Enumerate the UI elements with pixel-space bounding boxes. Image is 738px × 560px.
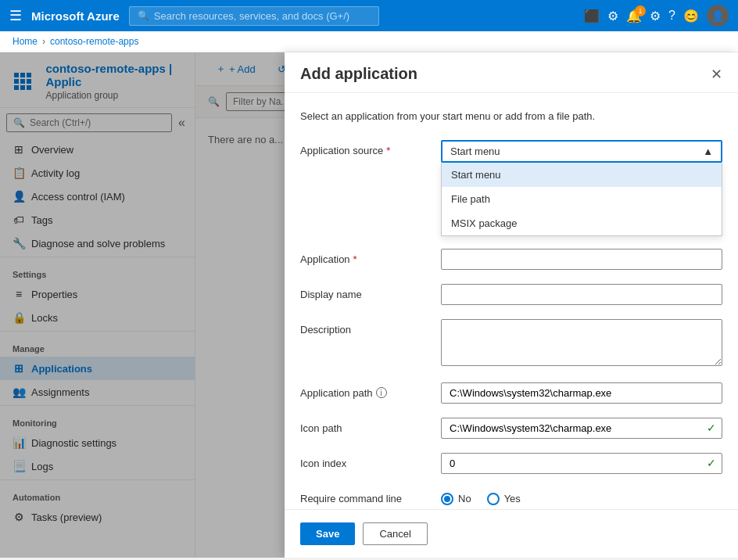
help-icon[interactable]: ?	[668, 9, 675, 23]
form-label-display-name: Display name	[300, 284, 441, 300]
notifications-icon[interactable]: 🔔 1	[626, 9, 642, 23]
form-label-icon-index: Icon index	[300, 453, 441, 469]
form-label-app-path: Application path i	[300, 382, 441, 399]
panel-title: Add application	[300, 65, 417, 83]
source-dropdown-list[interactable]: Start menu File path MSIX package	[441, 163, 722, 236]
form-row-application: Application *	[300, 249, 722, 270]
panel-footer: Save Cancel	[285, 509, 738, 558]
panel-close-button[interactable]: ✕	[711, 66, 722, 83]
main-layout: contoso-remote-apps | Applic Application…	[0, 52, 738, 558]
form-label-source: Application source *	[300, 140, 441, 156]
icon-path-check-icon: ✓	[707, 422, 716, 434]
form-row-description: Description	[300, 319, 722, 368]
dropdown-option-start-menu[interactable]: Start menu	[442, 163, 722, 187]
require-cmd-control: No Yes	[441, 488, 722, 505]
required-star-application: *	[353, 253, 357, 265]
form-label-require-cmd: Require command line	[300, 488, 441, 504]
hamburger-menu[interactable]: ☰	[9, 7, 22, 24]
panel-header: Add application ✕	[285, 52, 738, 93]
feedback-icon[interactable]: 😊	[683, 9, 699, 23]
form-row-require-cmd: Require command line No Yes	[300, 488, 722, 505]
dropdown-option-file-path[interactable]: File path	[442, 187, 722, 211]
radio-group-cmd: No Yes	[441, 488, 722, 505]
breadcrumb-resource[interactable]: contoso-remote-apps	[50, 36, 138, 47]
cancel-button[interactable]: Cancel	[363, 522, 427, 545]
icon-path-control[interactable]: ✓	[441, 418, 722, 439]
radio-yes[interactable]: Yes	[487, 493, 521, 505]
icon-index-control[interactable]: ✓	[441, 453, 722, 474]
search-input[interactable]	[154, 10, 371, 22]
panel-description: Select an application from your start me…	[300, 109, 722, 124]
form-row-source: Application source * Start menu ▲ Start …	[300, 140, 722, 163]
required-star-source: *	[386, 145, 390, 156]
form-label-application: Application *	[300, 249, 441, 265]
dropdown-option-msix-package[interactable]: MSIX package	[442, 211, 722, 235]
radio-yes-label: Yes	[504, 493, 521, 504]
panel-body: Select an application from your start me…	[285, 93, 738, 509]
breadcrumb: Home › contoso-remote-apps	[0, 31, 738, 52]
app-path-control[interactable]	[441, 382, 722, 404]
source-dropdown[interactable]: Start menu ▲	[441, 140, 722, 163]
display-name-input[interactable]	[441, 284, 722, 305]
icon-index-input[interactable]	[441, 453, 722, 474]
breadcrumb-home[interactable]: Home	[13, 36, 38, 47]
chevron-up-icon: ▲	[703, 145, 713, 157]
source-value: Start menu	[450, 145, 500, 157]
form-row-app-path: Application path i	[300, 382, 722, 404]
search-bar[interactable]: 🔍	[129, 6, 379, 26]
icon-path-input[interactable]	[441, 418, 722, 439]
app-path-info-icon[interactable]: i	[376, 387, 387, 398]
source-control: Start menu ▲ Start menu File path MSIX p…	[441, 140, 722, 163]
breadcrumb-separator: ›	[42, 36, 45, 47]
application-control[interactable]	[441, 249, 722, 270]
description-textarea[interactable]	[441, 319, 722, 366]
top-navigation: ☰ Microsoft Azure 🔍 ⬛ ⚙ 🔔 1 ⚙ ? 😊 👤	[0, 0, 738, 31]
cloud-shell-icon[interactable]: ⬛	[584, 9, 600, 23]
add-application-panel: Add application ✕ Select an application …	[285, 52, 738, 558]
description-control[interactable]	[441, 319, 722, 368]
radio-yes-circle	[487, 493, 500, 505]
radio-no-circle	[441, 493, 453, 505]
icon-index-check-icon: ✓	[707, 457, 716, 469]
brand-logo: Microsoft Azure	[31, 9, 120, 23]
settings-icon[interactable]: ⚙	[650, 9, 661, 23]
form-row-icon-path: Icon path ✓	[300, 418, 722, 439]
display-name-control[interactable]	[441, 284, 722, 305]
radio-no-label: No	[458, 493, 471, 504]
app-path-input[interactable]	[441, 382, 722, 404]
form-label-description: Description	[300, 319, 441, 336]
form-row-display-name: Display name	[300, 284, 722, 305]
avatar[interactable]: 👤	[707, 5, 729, 27]
form-row-icon-index: Icon index ✓	[300, 453, 722, 474]
notification-badge: 1	[635, 5, 646, 16]
form-label-icon-path: Icon path	[300, 418, 441, 434]
application-input[interactable]	[441, 249, 722, 270]
save-button[interactable]: Save	[300, 522, 355, 545]
radio-no[interactable]: No	[441, 493, 471, 505]
portal-settings-icon[interactable]: ⚙	[607, 9, 618, 23]
top-nav-icons: ⬛ ⚙ 🔔 1 ⚙ ? 😊 👤	[584, 5, 729, 27]
